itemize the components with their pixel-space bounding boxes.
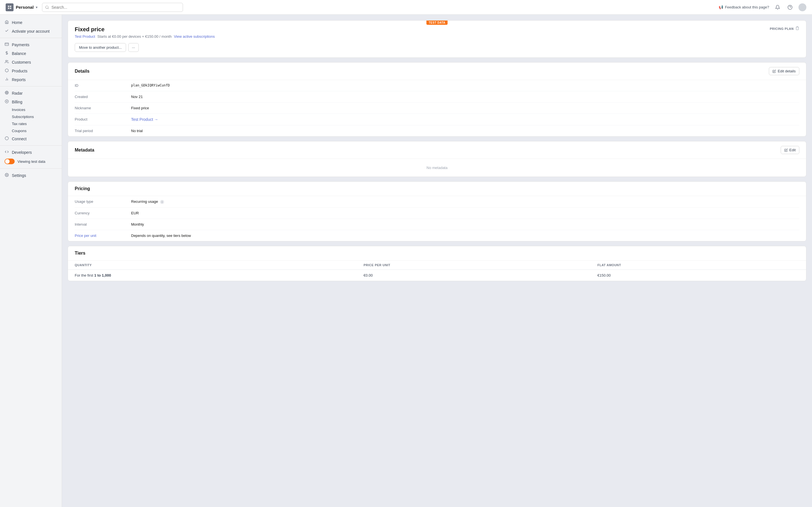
radar-icon	[4, 91, 9, 96]
edit-metadata-label: Edit	[790, 148, 796, 152]
interval-value: Monthly	[131, 222, 144, 226]
search-input[interactable]	[42, 3, 183, 12]
usage-type-value: Recurring usage i	[131, 200, 164, 204]
test-data-toggle: Viewing test data	[0, 157, 62, 166]
pricing-subtitle: Starts at €0.00 per devices + €150.00 / …	[97, 34, 171, 39]
search-bar[interactable]	[42, 3, 183, 12]
trial-label: Trial period	[75, 129, 131, 133]
sidebar-item-activate[interactable]: Activate your account	[0, 27, 62, 36]
test-data-badge: TEST DATA	[426, 20, 448, 25]
nickname-label: Nickname	[75, 106, 131, 110]
info-icon[interactable]: i	[160, 200, 164, 204]
tiers-table: QUANTITY PRICE PER UNIT FLAT AMOUNT For …	[68, 261, 806, 281]
subtitle-row: Test Product Starts at €0.00 per devices…	[75, 34, 799, 39]
top-bar: Personal ▾ 📢 Feedback about this page?	[0, 0, 812, 15]
detail-row-created: Created Nov 21	[75, 91, 799, 103]
tax-rates-label: Tax rates	[12, 122, 27, 126]
megaphone-icon: 📢	[719, 5, 723, 9]
svg-point-18	[5, 136, 8, 140]
tiers-col-flat: FLAT AMOUNT	[591, 261, 806, 270]
chevron-down-icon: ▾	[36, 5, 38, 9]
balance-label: Balance	[12, 51, 26, 56]
sidebar-item-customers[interactable]: Customers	[0, 58, 62, 66]
details-header: Details Edit details	[68, 62, 806, 80]
detail-row-id: ID plan_GDkIQRYiwCunfD	[75, 80, 799, 91]
sidebar-item-home[interactable]: Home	[0, 18, 62, 27]
svg-rect-2	[8, 8, 9, 9]
sidebar-sub-coupons[interactable]: Coupons	[0, 127, 62, 134]
pricing-grid: Usage type Recurring usage i Currency EU…	[68, 196, 806, 241]
trial-value: No trial	[131, 129, 143, 133]
sidebar-item-payments[interactable]: Payments	[0, 40, 62, 49]
delete-icon[interactable]	[795, 26, 799, 31]
customers-label: Customers	[12, 60, 31, 64]
feedback-button[interactable]: 📢 Feedback about this page?	[719, 5, 769, 9]
logo-area[interactable]: Personal ▾	[6, 3, 38, 11]
view-subscriptions-link[interactable]: View active subscriptions	[174, 34, 215, 39]
sidebar-sub-invoices[interactable]: Invoices	[0, 106, 62, 113]
edit-details-button[interactable]: Edit details	[769, 67, 799, 75]
main-content: TEST DATA Fixed price PRICING PLAN	[62, 15, 812, 507]
tier-quantity: For the first 1 to 1,000	[68, 270, 357, 281]
id-value: plan_GDkIQRYiwCunfD	[131, 83, 170, 87]
usage-type-label: Usage type	[75, 200, 131, 204]
tier-price-per-unit: €0.00	[357, 270, 591, 281]
activate-label: Activate your account	[12, 29, 50, 34]
avatar[interactable]	[799, 3, 806, 11]
sidebar-sub-subscriptions[interactable]: Subscriptions	[0, 113, 62, 120]
svg-point-14	[6, 92, 8, 94]
svg-rect-6	[5, 43, 9, 45]
move-product-button[interactable]: Move to another product...	[75, 43, 126, 52]
sidebar-item-settings[interactable]: Settings	[0, 171, 62, 180]
logo-icon	[6, 3, 13, 11]
svg-point-16	[5, 100, 8, 103]
product-label: Product	[75, 117, 131, 121]
svg-point-17	[6, 101, 7, 102]
pricing-plan-card: TEST DATA Fixed price PRICING PLAN	[68, 20, 806, 58]
settings-label: Settings	[12, 173, 26, 178]
metadata-card: Metadata Edit No metadata	[68, 141, 806, 177]
card-header-row: Fixed price PRICING PLAN	[75, 26, 799, 33]
sidebar-sub-tax-rates[interactable]: Tax rates	[0, 120, 62, 127]
sidebar-item-balance[interactable]: Balance	[0, 49, 62, 58]
feedback-label: Feedback about this page?	[725, 5, 769, 9]
price-per-unit-label: Price per unit	[75, 233, 131, 238]
sidebar-item-radar[interactable]: Radar	[0, 89, 62, 98]
id-label: ID	[75, 83, 131, 88]
pricing-row-ppu: Price per unit Depends on quantity, see …	[75, 230, 799, 241]
sidebar-item-developers[interactable]: Developers	[0, 148, 62, 157]
svg-rect-0	[8, 6, 9, 7]
tiers-col-price: PRICE PER UNIT	[357, 261, 591, 270]
pricing-title: Pricing	[75, 186, 90, 191]
sidebar-item-products[interactable]: Products	[0, 66, 62, 75]
price-per-unit-value: Depends on quantity, see tiers below	[131, 233, 191, 238]
customers-icon	[4, 60, 9, 64]
help-button[interactable]	[786, 3, 794, 11]
home-label: Home	[12, 20, 22, 25]
pricing-plan-title: Fixed price	[75, 26, 105, 33]
metadata-header: Metadata Edit	[68, 142, 806, 159]
pricing-row-usage: Usage type Recurring usage i	[75, 196, 799, 208]
more-options-button[interactable]: ···	[128, 43, 139, 52]
metadata-title: Metadata	[75, 148, 94, 153]
table-row: For the first 1 to 1,000 €0.00 €150.00	[68, 270, 806, 281]
sidebar: Home Activate your account P	[0, 15, 62, 507]
sidebar-item-reports[interactable]: Reports	[0, 75, 62, 84]
svg-rect-1	[10, 6, 11, 7]
created-value: Nov 21	[131, 95, 143, 99]
svg-rect-3	[10, 8, 11, 9]
product-link[interactable]: Test Product	[75, 34, 95, 39]
edit-metadata-button[interactable]: Edit	[781, 146, 799, 154]
notifications-button[interactable]	[774, 3, 781, 11]
detail-row-trial: Trial period No trial	[75, 125, 799, 136]
details-card: Details Edit details ID plan_GDkIQRYiwCu…	[68, 62, 806, 136]
tiers-title: Tiers	[75, 251, 86, 256]
sidebar-item-billing[interactable]: Billing	[0, 98, 62, 106]
svg-point-15	[6, 93, 7, 93]
payments-label: Payments	[12, 43, 29, 47]
sidebar-item-connect[interactable]: Connect	[0, 134, 62, 143]
test-data-label: Viewing test data	[17, 159, 45, 164]
product-detail-link[interactable]: Test Product →	[131, 117, 158, 122]
radar-label: Radar	[12, 91, 22, 96]
test-data-toggle-switch[interactable]	[4, 159, 15, 164]
